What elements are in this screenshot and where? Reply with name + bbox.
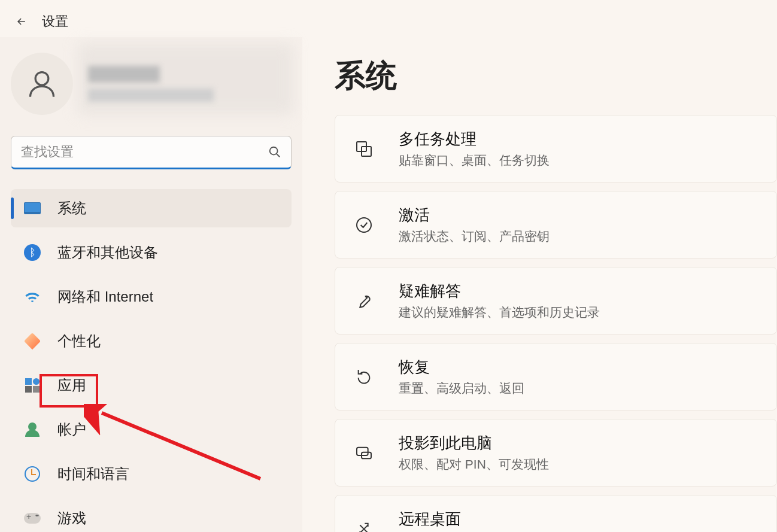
apps-icon (23, 376, 42, 395)
card-recovery[interactable]: 恢复 重置、高级启动、返回 (335, 343, 777, 411)
sidebar: 系统 ᛒ 蓝牙和其他设备 网络和 Internet 个性化 应用 (0, 37, 302, 532)
nav-apps[interactable]: 应用 (11, 366, 292, 405)
nav-label: 帐户 (57, 420, 86, 439)
nav-bluetooth[interactable]: ᛒ 蓝牙和其他设备 (11, 233, 292, 272)
person-icon (26, 68, 57, 99)
nav-label: 系统 (57, 199, 86, 218)
card-projecting[interactable]: 投影到此电脑 权限、配对 PIN、可发现性 (335, 419, 777, 487)
svg-point-0 (35, 72, 48, 86)
card-title: 疑难解答 (399, 281, 600, 302)
content-area: 系统 多任务处理 贴靠窗口、桌面、任务切换 激活 激活状态、订阅、产品密钥 (302, 37, 777, 532)
remote-desktop-icon (352, 517, 376, 533)
avatar (11, 53, 73, 115)
card-multitask[interactable]: 多任务处理 贴靠窗口、桌面、任务切换 (335, 115, 777, 183)
user-text (88, 66, 214, 102)
projecting-icon (352, 441, 376, 465)
card-remote-desktop[interactable]: 远程桌面 远程桌面用户，连接权限 (335, 495, 777, 532)
nav-accounts[interactable]: 帐户 (11, 411, 292, 449)
header: 设置 (0, 0, 777, 37)
card-title: 远程桌面 (399, 509, 537, 530)
display-icon (23, 199, 42, 218)
card-title: 恢复 (399, 357, 524, 378)
nav-time-language[interactable]: 时间和语言 (11, 455, 292, 493)
card-title: 多任务处理 (399, 129, 550, 150)
nav-personalization[interactable]: 个性化 (11, 322, 292, 360)
user-account-block[interactable] (0, 42, 302, 136)
card-title: 激活 (399, 205, 550, 226)
user-email-redacted (88, 89, 214, 102)
wifi-icon (23, 287, 42, 306)
card-title: 投影到此电脑 (399, 433, 549, 454)
recovery-icon (352, 365, 376, 389)
svg-point-1 (270, 147, 278, 155)
card-desc: 权限、配对 PIN、可发现性 (399, 456, 549, 473)
nav-gaming[interactable]: 游戏 (11, 499, 292, 532)
gamepad-icon (23, 509, 42, 528)
nav-label: 应用 (57, 376, 86, 395)
nav-label: 蓝牙和其他设备 (57, 243, 158, 262)
nav-label: 个性化 (57, 332, 101, 351)
nav-system[interactable]: 系统 (11, 189, 292, 227)
nav: 系统 ᛒ 蓝牙和其他设备 网络和 Internet 个性化 应用 (0, 186, 302, 532)
user-name-redacted (88, 66, 160, 83)
svg-point-4 (357, 218, 371, 232)
nav-network[interactable]: 网络和 Internet (11, 278, 292, 316)
card-desc: 重置、高级启动、返回 (399, 380, 524, 397)
svg-rect-5 (357, 447, 368, 455)
search-box[interactable] (11, 136, 292, 169)
nav-label: 游戏 (57, 509, 86, 528)
card-desc: 激活状态、订阅、产品密钥 (399, 228, 550, 245)
card-activation[interactable]: 激活 激活状态、订阅、产品密钥 (335, 191, 777, 259)
card-desc: 贴靠窗口、桌面、任务切换 (399, 152, 550, 169)
nav-label: 网络和 Internet (57, 287, 153, 306)
card-desc: 建议的疑难解答、首选项和历史记录 (399, 304, 600, 321)
header-title: 设置 (42, 13, 68, 31)
nav-label: 时间和语言 (57, 464, 129, 484)
brush-icon (23, 332, 42, 351)
clock-icon (23, 464, 42, 484)
card-troubleshoot[interactable]: 疑难解答 建议的疑难解答、首选项和历史记录 (335, 267, 777, 335)
multitask-icon (352, 137, 376, 161)
content-title: 系统 (335, 55, 777, 97)
search-input[interactable] (21, 144, 268, 160)
arrow-left-icon (16, 16, 28, 28)
checkmark-circle-icon (352, 213, 376, 237)
wrench-icon (352, 289, 376, 313)
back-button[interactable] (12, 12, 31, 31)
bluetooth-icon: ᛒ (23, 243, 42, 262)
search-icon (268, 145, 281, 159)
account-icon (23, 420, 42, 439)
